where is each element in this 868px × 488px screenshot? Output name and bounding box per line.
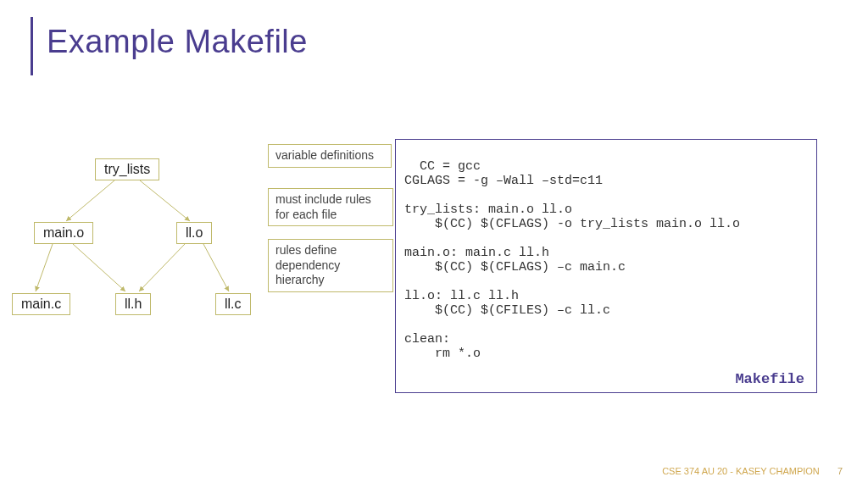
annotation-rules-each-file: must include rules for each file [268,188,393,226]
title-bar: Example Makefile [31,17,308,75]
tree-node-ll-c: ll.c [215,293,251,315]
tree-node-root: try_lists [95,158,159,180]
page-title: Example Makefile [47,24,308,60]
svg-line-3 [73,244,125,291]
annotation-dependency-hierarchy: rules define dependency hierarchy [268,239,393,292]
tree-node-ll-o: ll.o [176,222,212,244]
makefile-code: CC = gcc CGLAGS = -g –Wall –std=c11 try_… [395,139,817,393]
tree-node-ll-h: ll.h [115,293,151,315]
svg-line-1 [140,180,190,221]
tree-node-main-o: main.o [34,222,93,244]
footer-page-number: 7 [837,466,843,476]
file-label: Makefile [735,371,804,387]
footer-course: CSE 374 AU 20 - KASEY CHAMPION [662,466,820,476]
svg-line-0 [66,180,114,221]
svg-line-5 [203,244,229,291]
code-text: CC = gcc CGLAGS = -g –Wall –std=c11 try_… [404,159,740,361]
slide-footer: CSE 374 AU 20 - KASEY CHAMPION 7 [662,466,843,476]
svg-line-4 [139,244,185,291]
tree-node-main-c: main.c [12,293,70,315]
annotation-variable-definitions: variable definitions [268,144,392,168]
svg-line-2 [36,244,53,291]
